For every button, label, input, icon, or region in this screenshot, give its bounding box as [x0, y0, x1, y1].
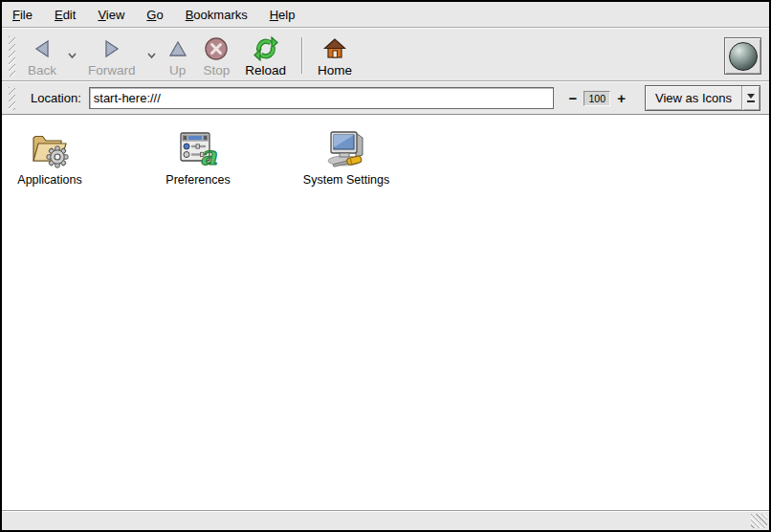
toolbar: Back Forward [2, 28, 769, 81]
chevron-down-icon [67, 52, 77, 59]
menu-edit[interactable]: Edit [54, 6, 77, 24]
back-button[interactable]: Back [20, 34, 64, 80]
menu-file[interactable]: File [11, 6, 33, 24]
forward-button[interactable]: Forward [80, 34, 143, 80]
reload-icon [253, 37, 279, 60]
item-label: Applications [17, 173, 81, 187]
item-preferences[interactable]: a Preferences [152, 126, 244, 187]
status-bar [2, 510, 769, 530]
menu-go[interactable]: Go [145, 6, 164, 24]
applications-folder-gear-icon [27, 126, 73, 170]
view-as-label: View as Icons [646, 86, 741, 110]
system-settings-computer-screwdriver-icon [321, 126, 371, 170]
home-icon [322, 37, 347, 60]
home-button[interactable]: Home [310, 34, 360, 80]
locationbar-drag-handle[interactable] [9, 87, 15, 110]
item-applications[interactable]: Applications [4, 126, 96, 187]
stop-icon [204, 37, 229, 60]
throbber [724, 37, 761, 75]
location-label: Location: [31, 91, 81, 105]
zoom-level-indicator[interactable]: 100 [584, 91, 610, 106]
zoom-out-button[interactable]: − [565, 92, 582, 105]
nautilus-window: File Edit View Go Bookmarks Help Back [0, 0, 771, 532]
item-label: Preferences [165, 173, 230, 187]
svg-text:a: a [200, 141, 217, 170]
dropdown-arrow-icon [741, 86, 760, 110]
back-history-dropdown[interactable] [64, 50, 80, 61]
item-system-settings[interactable]: System Settings [300, 126, 392, 187]
item-label: System Settings [303, 173, 389, 187]
back-arrow-icon [31, 37, 54, 60]
menu-view[interactable]: View [97, 6, 125, 24]
forward-arrow-icon [100, 37, 123, 60]
forward-history-dropdown[interactable] [143, 50, 160, 61]
menu-help[interactable]: Help [269, 6, 297, 24]
toolbar-separator [301, 37, 302, 74]
menu-bookmarks[interactable]: Bookmarks [185, 6, 249, 24]
resize-grip[interactable] [751, 514, 767, 528]
stop-button[interactable]: Stop [196, 34, 238, 80]
zoom-controls: − 100 + [565, 91, 630, 106]
throbber-orb-icon [729, 42, 758, 71]
reload-button[interactable]: Reload [237, 34, 294, 80]
location-bar: Location: − 100 + View as Icons [2, 81, 769, 115]
preferences-window-icon: a [176, 126, 220, 170]
up-button[interactable]: Up [160, 34, 196, 80]
file-icon-view: Applications a Prefe [2, 115, 769, 510]
toolbar-drag-handle[interactable] [9, 36, 15, 77]
zoom-in-button[interactable]: + [613, 92, 629, 105]
view-as-dropdown[interactable]: View as Icons [645, 85, 760, 111]
chevron-down-icon [146, 52, 157, 59]
up-arrow-icon [167, 37, 188, 60]
location-input[interactable] [89, 87, 554, 109]
menubar: File Edit View Go Bookmarks Help [2, 2, 769, 28]
